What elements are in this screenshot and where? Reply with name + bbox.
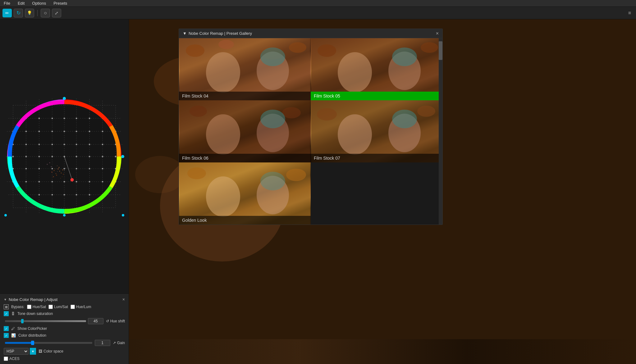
- panel-close-button[interactable]: ×: [122, 297, 125, 302]
- hue-lum-checkbox[interactable]: Hue/Lum: [71, 305, 91, 309]
- svg-point-55: [39, 168, 40, 169]
- aces-row: ACES: [4, 357, 125, 361]
- color-wheel-area[interactable]: [0, 19, 129, 293]
- saturation-slider-thumb[interactable]: [21, 319, 24, 323]
- svg-point-121: [260, 48, 285, 66]
- svg-point-83: [58, 168, 59, 169]
- svg-point-103: [63, 97, 66, 100]
- aces-input[interactable]: [4, 357, 8, 361]
- svg-point-36: [25, 143, 27, 145]
- expand-tool-button[interactable]: ⤢: [52, 9, 61, 17]
- handle-bottom-right[interactable]: [122, 214, 124, 216]
- svg-point-130: [282, 107, 301, 118]
- svg-point-40: [76, 143, 77, 145]
- gain-arrow-icon: ↗: [113, 341, 116, 345]
- hue-sat-input[interactable]: [27, 305, 31, 309]
- svg-point-81: [54, 170, 55, 171]
- bypass-label: Bypass:: [11, 305, 25, 309]
- svg-point-73: [52, 194, 53, 195]
- svg-point-56: [52, 168, 53, 169]
- svg-point-82: [56, 173, 57, 174]
- toolbar: ✏ ↻ 💡 ○ ⤢ ≡: [0, 7, 636, 19]
- gain-label: ↗ Gain: [113, 341, 125, 345]
- aces-checkbox[interactable]: ACES: [4, 357, 20, 361]
- lum-sat-checkbox[interactable]: Lum/Sat: [48, 305, 68, 309]
- saturation-slider-container: 45: [5, 318, 103, 324]
- svg-point-33: [102, 130, 103, 132]
- menubar: File Edit Options Presets: [0, 0, 636, 7]
- svg-point-67: [76, 181, 77, 182]
- hamburger-menu-button[interactable]: ≡: [626, 9, 634, 17]
- svg-point-37: [39, 143, 40, 145]
- gallery-title: ▼ Nobe Color Remap | Preset Gallery: [183, 31, 252, 36]
- dropdown-arrow-icon[interactable]: ▼: [30, 348, 36, 355]
- gain-value-input[interactable]: 1: [95, 340, 110, 346]
- preset-07-label: Film Stock 07: [311, 154, 442, 162]
- gain-slider-thumb[interactable]: [31, 341, 34, 345]
- bypass-checkbox-icon[interactable]: ⊠: [4, 304, 9, 309]
- circle-tool-button[interactable]: ○: [41, 9, 50, 17]
- handle-bottom-center[interactable]: [63, 214, 66, 216]
- color-dist-check-icon[interactable]: ✓: [4, 333, 9, 338]
- hue-shift-icon: ↺: [106, 319, 109, 323]
- saturation-slider-track[interactable]: [5, 320, 86, 322]
- svg-point-68: [89, 181, 90, 182]
- colorpicker-label: Show ColorPicker: [17, 326, 47, 331]
- show-colorpicker-row: ✓ 🖊 Show ColorPicker: [4, 326, 125, 331]
- saturation-value-input[interactable]: 45: [88, 318, 103, 324]
- svg-point-119: [206, 52, 240, 93]
- tone-down-check-icon[interactable]: ✓: [4, 311, 9, 316]
- svg-point-129: [190, 106, 207, 117]
- svg-point-74: [64, 194, 65, 195]
- color-space-dropdown[interactable]: HSP HSL HSV: [4, 348, 29, 355]
- preset-film-stock-06[interactable]: Film Stock 06: [179, 100, 311, 162]
- preset-film-stock-07[interactable]: Film Stock 07: [311, 100, 442, 162]
- lum-sat-input[interactable]: [48, 305, 53, 309]
- color-distribution-row: ✓ 📊 Color distribution: [4, 333, 125, 338]
- svg-point-20: [39, 117, 40, 119]
- menu-options[interactable]: Options: [31, 0, 47, 6]
- hue-lum-input[interactable]: [71, 305, 75, 309]
- svg-point-47: [52, 156, 53, 157]
- svg-point-41: [89, 143, 90, 145]
- tone-down-row: ✓ 🎛 Tone down saturation: [4, 311, 125, 316]
- left-panel: ▼ Nobe Color Remap | Adjust × ⊠ Bypass: …: [0, 19, 129, 364]
- svg-point-66: [64, 181, 65, 182]
- pencil-tool-button[interactable]: ✏: [2, 9, 12, 17]
- gallery-scrollbar-thumb[interactable]: [439, 41, 442, 60]
- toolbar-separator: [37, 10, 38, 16]
- adjust-panel: ▼ Nobe Color Remap | Adjust × ⊠ Bypass: …: [0, 293, 129, 364]
- svg-point-104: [121, 155, 124, 158]
- gallery-title-text: Nobe Color Remap | Preset Gallery: [189, 31, 252, 36]
- collapse-triangle-icon[interactable]: ▼: [4, 298, 7, 301]
- preset-gallery-panel: ▼ Nobe Color Remap | Preset Gallery ×: [179, 29, 443, 225]
- hue-sat-checkbox[interactable]: Hue/Sat: [27, 305, 46, 309]
- svg-point-54: [25, 168, 27, 169]
- color-dist-label: Color distribution: [18, 333, 46, 338]
- gallery-scrollbar[interactable]: [439, 38, 442, 225]
- svg-point-59: [89, 168, 90, 169]
- right-area: ▼ Nobe Color Remap | Preset Gallery ×: [129, 19, 636, 364]
- svg-point-141: [187, 167, 206, 179]
- color-wheel-canvas[interactable]: [4, 96, 125, 217]
- svg-point-32: [89, 130, 90, 132]
- colorpicker-check-icon[interactable]: ✓: [4, 326, 9, 331]
- preset-gallery-grid: Film Stock 04 Film Stock: [179, 38, 442, 225]
- handle-bottom-left[interactable]: [4, 214, 7, 216]
- menu-presets[interactable]: Presets: [52, 0, 68, 6]
- light-tool-button[interactable]: 💡: [25, 9, 34, 17]
- preset-05-label: Film Stock 05: [311, 92, 442, 100]
- svg-point-98: [64, 170, 65, 171]
- svg-point-94: [60, 178, 61, 179]
- gain-slider-track[interactable]: [5, 342, 92, 344]
- rotate-tool-button[interactable]: ↻: [14, 9, 23, 17]
- gallery-close-button[interactable]: ×: [436, 31, 439, 36]
- preset-film-stock-05[interactable]: Film Stock 05: [311, 38, 442, 100]
- preset-golden-look[interactable]: Golden Look: [179, 162, 311, 225]
- svg-point-24: [89, 117, 90, 119]
- menu-file[interactable]: File: [2, 0, 11, 6]
- preset-film-stock-04[interactable]: Film Stock 04: [179, 38, 311, 100]
- svg-point-21: [52, 117, 53, 119]
- menu-edit[interactable]: Edit: [16, 0, 26, 6]
- svg-point-131: [206, 114, 240, 155]
